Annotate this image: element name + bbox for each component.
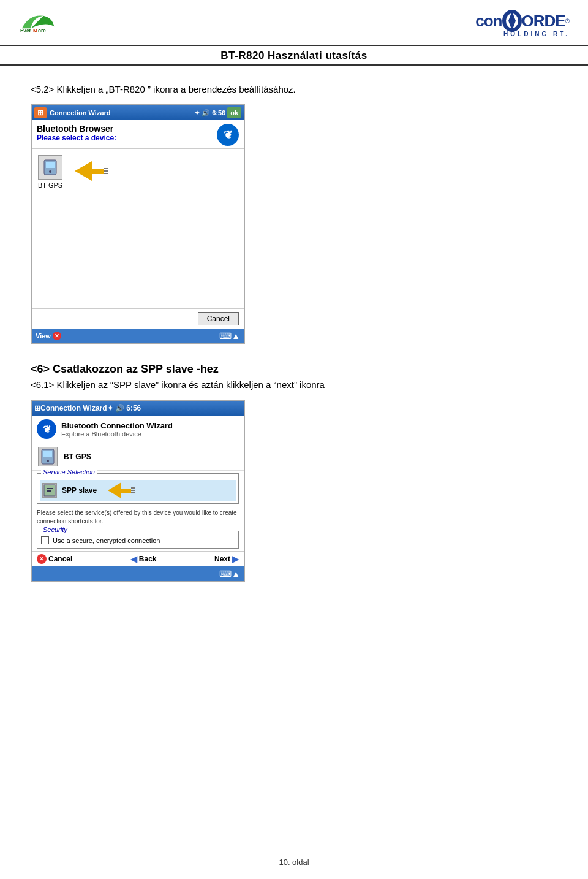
bluetooth-browser-screen: ⊞ Connection Wizard ✦ 🔊 6:56 ok Bluetoot… <box>31 104 245 344</box>
cw-device-name: BT GPS <box>64 452 91 461</box>
view-label: View <box>36 332 51 340</box>
taskbar-icons: ✦ 🔊 6:56 ok <box>194 107 241 118</box>
cancel-row: Cancel <box>32 308 244 329</box>
bluetooth-icon: ❦ <box>217 124 239 146</box>
service-description: Please select the service(s) offered by … <box>32 506 244 528</box>
connectivity-icon-2: ✦ <box>107 404 113 413</box>
svg-text:M: M <box>33 28 37 34</box>
back-icon: ◀ <box>130 554 137 564</box>
page-footer: 10. oldal <box>0 858 588 867</box>
concorde-logo: con ORDE ® HOLDING RT. <box>475 9 570 37</box>
taskbar-icons-2: ✦ 🔊 6:56 <box>107 404 141 413</box>
nav-bar: ✕ Cancel ◀ Back Next ▶ <box>32 551 244 566</box>
security-legend: Security <box>41 526 69 533</box>
keyboard-icon[interactable]: ⌨▲ <box>219 331 240 341</box>
device-list: BT GPS <box>32 149 244 308</box>
next-icon: ▶ <box>232 554 239 564</box>
connection-wizard-screen: ⊞ Connection Wizard ✦ 🔊 6:56 ❦ Bluetooth… <box>31 400 245 582</box>
header: Ever M ore con ORDE ® HOLDING RT. BT-R82… <box>0 0 588 66</box>
ok-button[interactable]: ok <box>227 107 241 118</box>
secure-connection-label: Use a secure, encrypted connection <box>53 537 160 544</box>
svg-point-8 <box>49 170 51 173</box>
section-6-1-text: <6.1> Klikkeljen az “SPP slave” ikonra é… <box>31 379 557 390</box>
selection-arrow <box>75 161 108 181</box>
service-selection-arrow <box>108 482 135 498</box>
section-5-2-text: <5.2> Klikkeljen a „BT-R820 ” ikonra a b… <box>31 84 557 94</box>
svg-point-11 <box>47 460 49 462</box>
browser-header: Bluetooth Browser Please select a device… <box>32 120 244 149</box>
volume-icon-2: 🔊 <box>115 404 124 413</box>
browser-subtitle: Please select a device: <box>37 134 116 142</box>
svg-text:Ever: Ever <box>20 28 32 34</box>
page-content: <5.2> Klikkeljen a „BT-R820 ” ikonra a b… <box>0 66 588 601</box>
start-button[interactable]: ⊞ <box>34 107 47 118</box>
spp-slave-item[interactable]: SPP slave <box>40 480 236 501</box>
list-item[interactable]: BT GPS <box>38 155 62 189</box>
taskbar-2: ⊞ Connection Wizard ✦ 🔊 6:56 <box>32 401 244 416</box>
time-display: 6:56 <box>212 109 225 116</box>
section-6-heading: <6> Csatlakozzon az SPP slave -hez <box>31 363 557 376</box>
back-label: Back <box>139 555 157 563</box>
page-title: BT-R820 Használati utasítás <box>221 46 367 62</box>
time-display-2: 6:56 <box>126 404 141 413</box>
cw-header: ❦ Bluetooth Connection Wizard Explore a … <box>32 416 244 443</box>
security-box: Security Use a secure, encrypted connect… <box>37 531 239 549</box>
evermore-logo: Ever M ore <box>18 6 61 40</box>
taskbar-1: ⊞ Connection Wizard ✦ 🔊 6:56 ok <box>32 105 244 120</box>
next-label: Next <box>214 555 230 563</box>
back-nav-button[interactable]: ◀ Back <box>130 554 157 564</box>
svg-rect-10 <box>43 451 52 457</box>
start-button-2[interactable]: ⊞ <box>34 404 40 413</box>
browser-title: Bluetooth Browser <box>37 124 116 134</box>
cw-title: Bluetooth Connection Wizard <box>61 421 173 430</box>
service-item-icon <box>42 483 57 498</box>
cancel-label: Cancel <box>48 555 72 563</box>
svg-text:ore: ore <box>38 28 46 34</box>
cw-device-icon <box>38 447 58 466</box>
service-legend: Service Selection <box>41 468 97 476</box>
service-selection-box: Service Selection SPP slave <box>37 473 239 504</box>
taskbar-app-name-2: Connection Wizard <box>40 404 107 413</box>
cw-device-row: BT GPS <box>32 443 244 471</box>
cancel-nav-button[interactable]: ✕ Cancel <box>37 554 72 564</box>
volume-icon: 🔊 <box>202 109 210 117</box>
cw-subtitle: Explore a Bluetooth device <box>61 430 173 438</box>
bottom-bar-2: ⌨▲ <box>32 566 244 581</box>
connectivity-icon: ✦ <box>194 109 200 117</box>
svg-rect-7 <box>46 162 55 168</box>
cancel-icon: ✕ <box>37 554 47 564</box>
taskbar-app-name: Connection Wizard <box>50 109 194 116</box>
service-item-name: SPP slave <box>62 486 97 495</box>
device-icon <box>38 155 62 180</box>
bluetooth-icon-2: ❦ <box>37 419 56 439</box>
secure-connection-checkbox[interactable] <box>41 536 49 544</box>
keyboard-icon-2[interactable]: ⌨▲ <box>219 569 240 579</box>
cancel-button[interactable]: Cancel <box>198 312 239 325</box>
view-button[interactable]: View ✕ <box>36 332 61 340</box>
close-icon[interactable]: ✕ <box>53 332 61 340</box>
bottom-bar-1: View ✕ ⌨▲ <box>32 329 244 343</box>
device-name: BT GPS <box>38 181 62 189</box>
next-nav-button[interactable]: Next ▶ <box>214 554 239 564</box>
